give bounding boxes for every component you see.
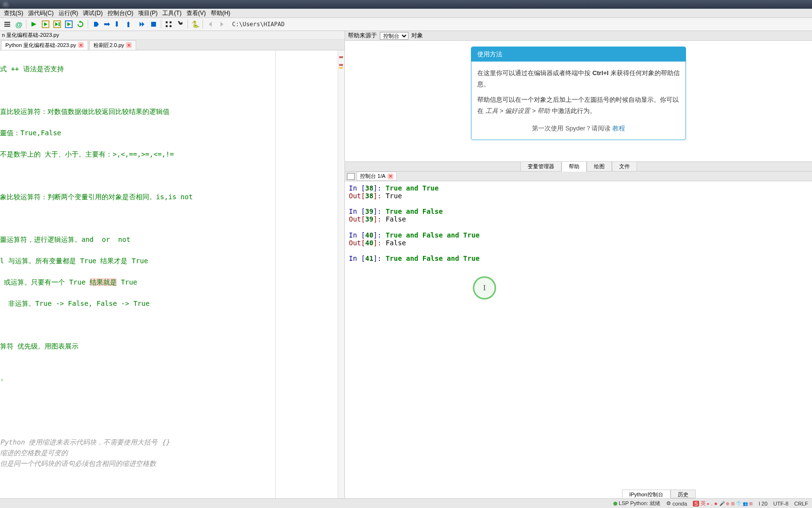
toolbar-run-icon[interactable] xyxy=(29,19,39,30)
pane-tab-files[interactable]: 文件 xyxy=(612,161,637,172)
svg-rect-24 xyxy=(170,21,172,23)
toolbar-run-selection-icon[interactable] xyxy=(63,19,74,30)
menu-source[interactable]: 源代码(C) xyxy=(26,9,56,18)
console-tab-bar: 控制台 1/A ✕ xyxy=(345,172,812,181)
console-tab-label: 控制台 1/A xyxy=(360,173,386,180)
toolbar-triple-line-icon[interactable] xyxy=(2,19,13,30)
editor-tab-2[interactable]: 粉刷匠2.0.py ✕ xyxy=(89,40,136,50)
menu-bar: 查找(S) 源代码(C) 运行(R) 调试(D) 控制台(O) 项目(P) 工具… xyxy=(0,9,812,18)
bottom-tab-history[interactable]: 历史 xyxy=(671,490,696,498)
editor-tab-1-label: Python 里化编程基础-2023.py xyxy=(5,42,76,49)
toolbar-at-icon[interactable]: @ xyxy=(14,19,24,30)
help-card: 使用方法 在这里你可以通过在编辑器或者终端中按 Ctrl+I 来获得任何对象的帮… xyxy=(471,47,686,140)
help-card-body: 在这里你可以通过在编辑器或者终端中按 Ctrl+I 来获得任何对象的帮助信息。 … xyxy=(471,62,686,140)
svg-marker-27 xyxy=(209,22,212,27)
svg-marker-11 xyxy=(79,20,80,23)
svg-marker-10 xyxy=(67,22,71,26)
editor-area[interactable]: 式 ++ 语法是否支持直比较运算符：对数值数据做比较返回比较结果的逻辑值畺值：T… xyxy=(0,50,344,498)
status-encoding[interactable]: UTF-8 xyxy=(773,501,788,507)
svg-rect-25 xyxy=(166,25,168,27)
title-bar: .8) xyxy=(0,0,812,9)
help-object-label: 对象 xyxy=(411,32,423,40)
close-icon[interactable]: ✕ xyxy=(388,174,393,179)
status-lsp: LSP Python: 就绪 xyxy=(613,500,660,507)
toolbar-step-out-icon[interactable] xyxy=(125,19,136,30)
menu-run[interactable]: 运行(R) xyxy=(57,9,80,18)
status-eol[interactable]: CRLF xyxy=(794,501,808,507)
pane-tab-plots[interactable]: 绘图 xyxy=(587,161,612,172)
help-card-title: 使用方法 xyxy=(471,47,686,62)
console-icon[interactable] xyxy=(347,173,355,180)
toolbar-settings-icon[interactable] xyxy=(175,19,186,30)
svg-marker-18 xyxy=(127,21,130,23)
toolbar: @ 🐍 C:\Users\HIAPAD xyxy=(0,18,812,31)
editor-tab-bar: Python 里化编程基础-2023.py ✕ 粉刷匠2.0.py ✕ xyxy=(0,40,344,50)
menu-tools[interactable]: 工具(T) xyxy=(160,9,183,18)
svg-rect-0 xyxy=(4,22,10,23)
toolbar-path: C:\Users\HIAPAD xyxy=(232,21,284,28)
menu-find[interactable]: 查找(S) xyxy=(2,9,25,18)
svg-marker-5 xyxy=(44,22,47,26)
menu-project[interactable]: 项目(P) xyxy=(136,9,159,18)
svg-rect-23 xyxy=(166,21,168,23)
console-body[interactable]: In [38]: True and TrueOut[38]: True In [… xyxy=(345,181,812,490)
help-body: 使用方法 在这里你可以通过在编辑器或者终端中按 Ctrl+I 来获得任何对象的帮… xyxy=(345,41,812,161)
svg-marker-21 xyxy=(142,22,144,27)
cursor-indicator: I xyxy=(473,276,496,300)
toolbar-fullscreen-icon[interactable] xyxy=(163,19,174,30)
right-panel: 帮助来源于 控制台 对象 使用方法 在这里你可以通过在编辑器或者终端中按 Ctr… xyxy=(345,31,812,498)
toolbar-stop-icon[interactable] xyxy=(148,19,159,30)
svg-marker-3 xyxy=(31,22,36,27)
help-pane-tabs: 变量管理器 帮助 绘图 文件 xyxy=(345,161,812,171)
menu-console[interactable]: 控制台(O) xyxy=(106,9,135,18)
editor-title: n 里化编程基础-2023.py xyxy=(0,31,344,40)
svg-marker-13 xyxy=(97,22,99,27)
toolbar-run-cell-icon[interactable] xyxy=(40,19,51,30)
svg-rect-12 xyxy=(94,22,97,27)
status-ime[interactable]: S英▸ , ☻ 🎤 ⊕ ⊞ 👕 👥 ⊞ xyxy=(693,500,753,507)
help-panel: 帮助来源于 控制台 对象 使用方法 在这里你可以通过在编辑器或者终端中按 Ctr… xyxy=(345,31,812,172)
close-icon[interactable]: ✕ xyxy=(78,42,84,48)
console-bottom-tabs: IPython控制台 历史 xyxy=(345,490,812,498)
svg-rect-26 xyxy=(170,25,172,27)
svg-marker-15 xyxy=(108,22,110,26)
svg-marker-28 xyxy=(220,22,223,27)
toolbar-debug-icon[interactable] xyxy=(90,19,101,30)
svg-marker-7 xyxy=(55,22,58,26)
editor-tab-1[interactable]: Python 里化编程基础-2023.py ✕ xyxy=(1,40,88,50)
toolbar-rerun-icon[interactable] xyxy=(75,19,86,30)
toolbar-forward-icon[interactable] xyxy=(217,19,227,30)
svg-rect-16 xyxy=(116,21,118,25)
bottom-tab-ipython[interactable]: IPython控制台 xyxy=(622,490,671,498)
help-source-select[interactable]: 控制台 xyxy=(380,32,408,40)
help-source-label: 帮助来源于 xyxy=(348,32,377,40)
editor-tab-2-label: 粉刷匠2.0.py xyxy=(94,42,124,49)
toolbar-continue-icon[interactable] xyxy=(137,19,147,30)
editor-gutter[interactable] xyxy=(338,50,344,498)
menu-help[interactable]: 帮助(H) xyxy=(209,9,233,18)
tutorial-link[interactable]: 教程 xyxy=(612,125,625,132)
toolbar-step-icon[interactable] xyxy=(102,19,112,30)
svg-rect-14 xyxy=(104,23,108,25)
toolbar-python-icon[interactable]: 🐍 xyxy=(190,19,201,30)
svg-rect-1 xyxy=(4,24,10,25)
help-header: 帮助来源于 控制台 对象 xyxy=(345,31,812,41)
pane-tab-variables[interactable]: 变量管理器 xyxy=(520,161,562,172)
menu-debug[interactable]: 调试(D) xyxy=(81,9,105,18)
toolbar-step-into-icon[interactable] xyxy=(113,19,124,30)
svg-marker-17 xyxy=(115,25,118,27)
close-icon[interactable]: ✕ xyxy=(126,42,132,48)
svg-rect-8 xyxy=(59,22,60,26)
svg-rect-2 xyxy=(4,26,10,27)
editor-panel: n 里化编程基础-2023.py Python 里化编程基础-2023.py ✕… xyxy=(0,31,345,498)
console-tab[interactable]: 控制台 1/A ✕ xyxy=(357,172,397,181)
status-bar: LSP Python: 就绪 ⚙conda S英▸ , ☻ 🎤 ⊕ ⊞ 👕 👥 … xyxy=(0,498,812,508)
help-tutorial: 第一次使用 Spyder？请阅读 教程 xyxy=(477,123,680,134)
status-conda: ⚙conda xyxy=(666,500,687,507)
toolbar-run-cell-advance-icon[interactable] xyxy=(52,19,62,30)
pane-tab-help[interactable]: 帮助 xyxy=(562,161,587,172)
svg-marker-20 xyxy=(140,22,142,27)
menu-view[interactable]: 查看(V) xyxy=(185,9,208,18)
status-line: l 20 xyxy=(759,501,767,507)
toolbar-back-icon[interactable] xyxy=(205,19,216,30)
